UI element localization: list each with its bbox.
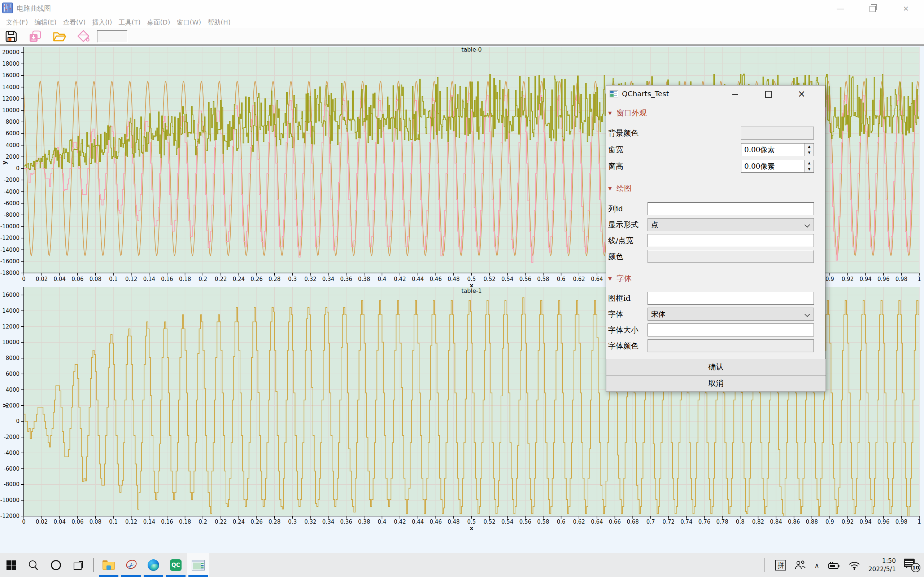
svg-text:-18000: -18000: [0, 270, 19, 276]
svg-text:0.94: 0.94: [859, 276, 871, 282]
confirm-button[interactable]: 确认: [606, 359, 826, 375]
background-color-button[interactable]: [741, 127, 814, 140]
spin-down-icon[interactable]: ▼: [805, 166, 814, 172]
svg-text:8000: 8000: [6, 355, 19, 361]
spin-up-icon[interactable]: ▲: [805, 160, 814, 166]
circuit-plot-app-icon: [192, 560, 205, 571]
svg-text:0.56: 0.56: [519, 276, 531, 282]
svg-text:0.62: 0.62: [573, 519, 585, 525]
spin-up-icon[interactable]: ▲: [805, 143, 814, 150]
dialog-titlebar[interactable]: QCharts_Test ×: [606, 85, 825, 102]
cancel-button[interactable]: 取消: [606, 376, 826, 392]
window-width-spinbox[interactable]: 0.00像素 ▲▼: [741, 143, 814, 156]
edge-button[interactable]: [142, 553, 165, 577]
spinner-arrows[interactable]: ▲▼: [804, 143, 814, 156]
svg-text:0.08: 0.08: [89, 519, 102, 525]
people-icon[interactable]: [794, 559, 806, 571]
svg-text:0.52: 0.52: [483, 276, 495, 282]
svg-text:0.04: 0.04: [54, 519, 66, 525]
task-view-button[interactable]: [67, 553, 89, 577]
svg-text:0.02: 0.02: [36, 519, 48, 525]
svg-text:0.4: 0.4: [378, 276, 386, 282]
start-button[interactable]: [0, 553, 23, 577]
y-axis-label: y: [1, 161, 8, 164]
svg-text:0.98: 0.98: [895, 519, 908, 525]
spinner-arrows[interactable]: ▲▼: [804, 160, 814, 173]
svg-text:0: 0: [16, 418, 19, 424]
spin-down-icon[interactable]: ▼: [805, 150, 814, 156]
svg-text:0: 0: [22, 519, 26, 525]
display-style-combobox[interactable]: 点: [648, 218, 814, 231]
svg-text:0.3: 0.3: [288, 276, 297, 282]
label-window-height: 窗高: [608, 160, 624, 173]
svg-text:0.88: 0.88: [806, 519, 818, 525]
svg-text:-2000: -2000: [3, 434, 19, 440]
svg-text:0.32: 0.32: [304, 276, 316, 282]
svg-text:0.5: 0.5: [467, 519, 476, 525]
svg-text:0.58: 0.58: [537, 519, 549, 525]
svg-text:-14000: -14000: [0, 247, 19, 253]
running-indicator: [166, 575, 186, 577]
font-size-input[interactable]: [648, 324, 814, 337]
svg-text:-12000: -12000: [0, 513, 19, 519]
dialog-maximize-button[interactable]: [760, 85, 777, 102]
line-point-width-input[interactable]: [648, 234, 814, 247]
svg-text:0.22: 0.22: [215, 519, 227, 525]
collapse-triangle-icon: ▼: [608, 110, 612, 116]
spinbox-value: 0.00像素: [744, 145, 775, 154]
svg-text:0: 0: [16, 165, 19, 172]
svg-text:6000: 6000: [6, 371, 19, 377]
svg-text:0.06: 0.06: [71, 519, 83, 525]
font-color-button[interactable]: [648, 339, 814, 352]
clock-time: 1:50: [868, 557, 896, 565]
collapse-triangle-icon: ▼: [608, 276, 612, 281]
section-header-font[interactable]: ▼ 字体: [608, 272, 632, 284]
qcharts-dialog: QCharts_Test × ▼ 窗口外观 背景颜色 窗宽 0.00像素 ▲▼ …: [606, 85, 825, 392]
svg-text:0.34: 0.34: [322, 276, 334, 282]
notification-center-button[interactable]: 10: [904, 558, 921, 572]
svg-text:0.9: 0.9: [825, 276, 834, 282]
collapse-triangle-icon: ▼: [608, 186, 612, 191]
cortana-button[interactable]: [45, 553, 67, 577]
system-tray: 拼 ∧ 1:50 2022/5/1 10: [762, 553, 924, 577]
ime-indicator[interactable]: 拼: [775, 560, 786, 571]
svg-text:0.2: 0.2: [199, 276, 207, 282]
window-height-spinbox[interactable]: 0.00像素 ▲▼: [741, 160, 814, 173]
svg-text:0.42: 0.42: [394, 276, 406, 282]
section-header-plot[interactable]: ▼ 绘图: [608, 182, 632, 194]
battery-icon[interactable]: [827, 560, 840, 570]
running-indicator: [144, 575, 163, 577]
column-id-input[interactable]: [648, 202, 814, 215]
label-line-point-width: 线/点宽: [608, 234, 633, 247]
taskbar-divider: [93, 558, 94, 572]
svg-text:0.1: 0.1: [109, 519, 118, 525]
chevron-down-icon: [804, 222, 810, 228]
circuit-plot-app-button[interactable]: [187, 553, 209, 577]
svg-text:-2000: -2000: [3, 177, 19, 183]
taskbar-clock[interactable]: 1:50 2022/5/1: [868, 557, 896, 574]
svg-text:0.94: 0.94: [859, 519, 871, 525]
search-icon: [29, 561, 38, 570]
svg-text:0.56: 0.56: [519, 519, 531, 525]
tray-expand-chevron-icon[interactable]: ∧: [814, 561, 819, 569]
taskbar: ✂ QC 拼 ∧ 1:50 2022/5/1 10: [0, 553, 924, 577]
svg-text:0.96: 0.96: [877, 276, 889, 282]
svg-text:-4000: -4000: [3, 189, 19, 195]
svg-text:0.86: 0.86: [788, 519, 800, 525]
section-header-window-appearance[interactable]: ▼ 窗口外观: [608, 107, 647, 119]
wifi-icon[interactable]: [848, 560, 861, 570]
file-explorer-button[interactable]: [97, 553, 120, 577]
qc-app-icon: QC: [170, 559, 181, 571]
dialog-minimize-button[interactable]: [727, 85, 743, 102]
frame-id-input[interactable]: [648, 292, 814, 305]
dialog-close-button[interactable]: ×: [793, 85, 810, 102]
svg-text:0.3: 0.3: [288, 519, 297, 525]
taskbar-search-button[interactable]: [23, 553, 45, 577]
plot-color-button[interactable]: [648, 250, 814, 263]
font-combobox[interactable]: 宋体: [648, 308, 814, 321]
snipping-tool-button[interactable]: ✂: [120, 553, 142, 577]
chevron-down-icon: [804, 311, 810, 318]
svg-text:0.76: 0.76: [698, 519, 710, 525]
qc-app-button[interactable]: QC: [165, 553, 187, 577]
svg-text:-16000: -16000: [0, 258, 19, 265]
